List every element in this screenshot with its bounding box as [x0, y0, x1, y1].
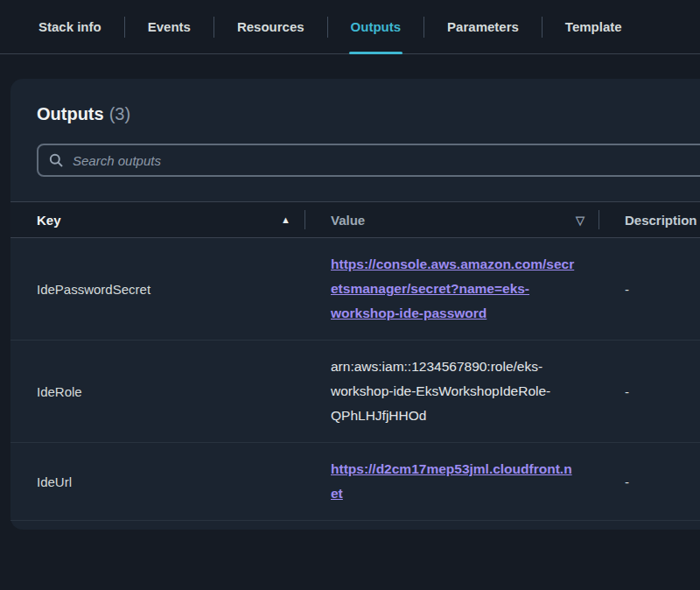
tab-outputs[interactable]: Outputs [333, 0, 419, 53]
tab-stack-info[interactable]: Stack info [21, 0, 119, 53]
tab-divider [327, 17, 328, 38]
column-label-key: Key [37, 213, 61, 228]
output-key: IdePasswordSecret [10, 238, 304, 340]
outputs-table: Key ▲ Value ▽ Description IdePasswordSec… [10, 201, 700, 521]
output-key: IdeUrl [10, 443, 304, 520]
search-input[interactable] [71, 152, 700, 169]
search-outputs-box[interactable] [37, 144, 700, 177]
outputs-panel: Outputs(3) Key ▲ Value ▽ Description [10, 79, 700, 530]
output-value-link[interactable]: https://console.aws.amazon.com/secretsma… [331, 256, 574, 320]
output-value-cell: arn:aws:iam::1234567890:role/eks-worksho… [304, 341, 598, 442]
output-value-text: arn:aws:iam::1234567890:role/eks-worksho… [331, 359, 550, 423]
search-icon [49, 153, 63, 167]
column-header-value[interactable]: Value ▽ [304, 202, 598, 237]
tab-divider [124, 17, 125, 38]
sort-ascending-icon[interactable]: ▲ [281, 214, 290, 225]
output-description: - [598, 341, 700, 442]
tab-parameters[interactable]: Parameters [430, 0, 536, 53]
stack-tab-bar: Stack info Events Resources Outputs Para… [0, 0, 700, 54]
outputs-count: (3) [109, 104, 130, 123]
tab-divider [424, 17, 424, 38]
column-label-description: Description [625, 213, 697, 228]
tab-events[interactable]: Events [130, 0, 208, 53]
output-value-link[interactable]: https://d2cm17mep53jml.cloudfront.net [331, 461, 572, 501]
table-row: IdePasswordSecret https://console.aws.am… [10, 238, 700, 341]
panel-title-text: Outputs [37, 104, 104, 123]
column-label-value: Value [331, 213, 365, 228]
output-value-cell: https://d2cm17mep53jml.cloudfront.net [304, 443, 598, 520]
output-value-cell: https://console.aws.amazon.com/secretsma… [304, 238, 598, 340]
output-description: - [598, 238, 700, 340]
tab-divider [214, 17, 214, 38]
tab-divider [542, 17, 542, 38]
tab-template[interactable]: Template [548, 0, 640, 53]
table-row: IdeUrl https://d2cm17mep53jml.cloudfront… [10, 443, 700, 521]
output-key: IdeRole [10, 341, 304, 442]
output-description: - [598, 443, 700, 520]
outputs-panel-header: Outputs(3) [10, 79, 700, 126]
tab-resources[interactable]: Resources [220, 0, 322, 53]
column-header-description[interactable]: Description [598, 202, 700, 237]
outputs-table-header: Key ▲ Value ▽ Description [10, 201, 700, 238]
table-row: IdeRole arn:aws:iam::1234567890:role/eks… [10, 341, 700, 443]
column-header-key[interactable]: Key ▲ [10, 202, 304, 237]
panel-title: Outputs(3) [37, 102, 700, 126]
sort-indicator-icon[interactable]: ▽ [576, 214, 584, 227]
